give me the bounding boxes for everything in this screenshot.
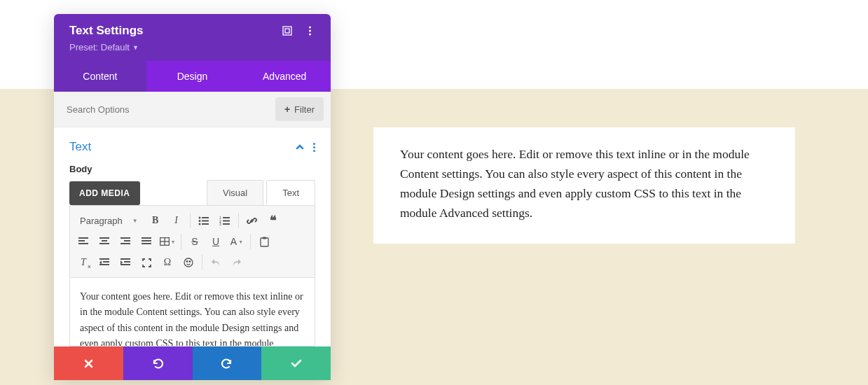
accordion-title: Text	[69, 140, 91, 154]
text-color-icon[interactable]: A▼	[228, 232, 246, 251]
svg-rect-16	[223, 223, 230, 225]
svg-rect-35	[103, 261, 109, 262]
chevron-up-icon[interactable]	[295, 142, 305, 152]
svg-rect-23	[120, 237, 130, 239]
svg-point-3	[309, 30, 311, 32]
close-button[interactable]	[54, 346, 123, 380]
svg-rect-18	[78, 240, 85, 241]
undo-button[interactable]	[123, 346, 193, 380]
svg-rect-28	[142, 243, 151, 244]
svg-point-7	[199, 220, 201, 222]
indent-icon[interactable]	[116, 253, 135, 272]
add-media-button[interactable]: ADD MEDIA	[69, 181, 140, 205]
quote-icon[interactable]: ❝	[264, 211, 282, 230]
kebab-menu-icon[interactable]	[304, 25, 315, 36]
svg-text:3: 3	[219, 222, 221, 225]
link-icon[interactable]	[243, 211, 261, 230]
svg-rect-19	[78, 243, 88, 244]
svg-point-5	[199, 216, 201, 218]
svg-rect-6	[202, 217, 209, 218]
accordion-header[interactable]: Text	[54, 127, 331, 164]
format-value: Paragraph	[80, 216, 123, 226]
svg-point-40	[184, 258, 193, 267]
plus-icon: +	[284, 104, 290, 115]
special-char-icon[interactable]: Ω	[158, 253, 177, 272]
align-justify-icon[interactable]	[137, 232, 156, 251]
svg-rect-22	[99, 243, 109, 244]
undo-icon[interactable]	[207, 253, 225, 272]
svg-point-4	[309, 34, 311, 36]
bold-icon[interactable]: B	[146, 211, 165, 230]
svg-rect-26	[142, 237, 151, 239]
svg-rect-12	[223, 217, 230, 218]
svg-rect-1	[285, 29, 289, 33]
align-center-icon[interactable]	[95, 232, 113, 251]
caret-down-icon: ▼	[132, 44, 139, 51]
panel-title: Text Settings	[69, 24, 143, 38]
editor-area: ADD MEDIA Visual Text Paragraph ▼ B I 12…	[54, 180, 331, 346]
underline-icon[interactable]: U	[207, 232, 225, 251]
format-dropdown[interactable]: Paragraph ▼	[74, 213, 144, 229]
preset-selector[interactable]: Preset: Default ▼	[69, 42, 315, 52]
svg-rect-17	[78, 237, 88, 239]
svg-rect-38	[124, 261, 130, 262]
editor-tab-text[interactable]: Text	[266, 180, 315, 205]
svg-point-2	[309, 27, 311, 29]
number-list-icon[interactable]: 123	[216, 211, 234, 230]
svg-point-9	[199, 223, 201, 225]
fullscreen-icon[interactable]	[137, 253, 156, 272]
editor-tab-visual[interactable]: Visual	[207, 180, 263, 205]
outdent-icon[interactable]	[95, 253, 113, 272]
svg-rect-14	[223, 220, 230, 221]
bottom-action-bar	[54, 346, 331, 380]
align-right-icon[interactable]	[116, 232, 135, 251]
strikethrough-icon[interactable]: S	[186, 232, 204, 251]
filter-label: Filter	[294, 104, 315, 115]
main-tabs: Content Design Advanced	[54, 61, 331, 92]
svg-rect-25	[120, 243, 130, 244]
svg-rect-37	[120, 258, 130, 260]
filter-button[interactable]: + Filter	[275, 97, 324, 121]
panel-header: Text Settings Preset: Default ▼	[54, 14, 331, 61]
svg-rect-20	[99, 237, 109, 239]
body-label: Body	[54, 164, 331, 180]
svg-rect-10	[202, 223, 209, 225]
paste-icon[interactable]	[255, 232, 273, 251]
emoji-icon[interactable]	[179, 253, 198, 272]
search-row: + Filter	[54, 92, 331, 127]
svg-rect-24	[124, 240, 130, 241]
tab-content[interactable]: Content	[54, 61, 146, 92]
search-input[interactable]	[54, 94, 275, 125]
svg-rect-32	[261, 238, 268, 246]
caret-down-icon: ▼	[132, 218, 138, 224]
svg-point-42	[189, 261, 191, 262]
align-left-icon[interactable]	[74, 232, 92, 251]
editor-content[interactable]: Your content goes here. Edit or remove t…	[69, 278, 315, 346]
svg-rect-34	[99, 258, 109, 260]
clear-format-icon[interactable]: T×	[74, 253, 92, 272]
redo-icon[interactable]	[228, 253, 246, 272]
tab-advanced[interactable]: Advanced	[238, 61, 331, 92]
editor-toolbar: Paragraph ▼ B I 123 ❝ ▼ S U	[69, 205, 315, 278]
expand-icon[interactable]	[282, 25, 293, 36]
preview-text[interactable]: Your content goes here. Edit or remove t…	[400, 144, 769, 223]
table-icon[interactable]: ▼	[158, 232, 177, 251]
redo-button[interactable]	[193, 346, 262, 380]
preview-module[interactable]: Your content goes here. Edit or remove t…	[373, 127, 795, 244]
svg-rect-39	[120, 264, 130, 265]
svg-rect-27	[142, 240, 151, 241]
svg-rect-36	[99, 264, 109, 265]
svg-rect-0	[283, 27, 291, 35]
preset-label: Preset: Default	[69, 42, 130, 52]
tab-design[interactable]: Design	[146, 61, 239, 92]
kebab-menu-icon[interactable]	[313, 143, 315, 152]
svg-rect-33	[263, 237, 266, 239]
save-button[interactable]	[261, 346, 331, 380]
italic-icon[interactable]: I	[167, 211, 186, 230]
svg-point-41	[186, 261, 188, 262]
svg-rect-8	[202, 220, 209, 221]
bullet-list-icon[interactable]	[195, 211, 213, 230]
svg-rect-21	[102, 240, 107, 241]
settings-panel: Text Settings Preset: Default ▼ Content …	[54, 14, 331, 380]
